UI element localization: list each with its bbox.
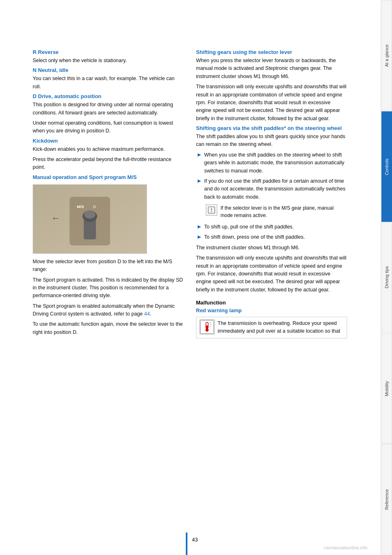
gear-diagram-svg: ← M/S D (33, 184, 147, 254)
bullet-arrow-shift-down: ▶ (198, 234, 201, 241)
kickdown-text-1: Kick-down enables you to achieve maximum… (33, 145, 184, 153)
transmission-note: The transmission will only execute upshi… (196, 254, 347, 294)
section-r-reverse: R Reverse Select only when the vehicle i… (33, 49, 184, 65)
d-drive-text-1: This position is designed for driving un… (33, 101, 184, 117)
svg-line-16 (209, 322, 211, 323)
n-neutral-heading: N Neutral, idle (33, 67, 184, 73)
page-number: 43 (192, 537, 198, 543)
bullet-shift-up-text: To shift up, pull one of the shift paddl… (204, 223, 294, 231)
sidebar-tab-driving-tips[interactable]: Driving tips (381, 222, 392, 333)
bullet-2: ▶ If you do not use the shift paddles fo… (196, 177, 347, 201)
note-symbol-icon (207, 206, 216, 214)
kickdown-text-2: Press the accelerator pedal beyond the f… (33, 156, 184, 172)
cluster-shows: The instrument cluster shows M1 through … (196, 244, 347, 252)
sidebar-tab-at-a-glance[interactable]: At a glance (381, 0, 392, 111)
bullet-1: ▶ When you use the shift paddles on the … (196, 151, 347, 175)
page-container: R Reverse Select only when the vehicle i… (0, 0, 392, 555)
section-shifting-paddles: Shifting gears via the shift paddles* on… (196, 125, 347, 294)
manual-sport-text-2: The Sport program is activated. This is … (33, 276, 184, 300)
shifting-selector-text-2: The transmission will only execute upshi… (196, 83, 347, 123)
shifting-selector-text-1: When you press the selector lever forwar… (196, 57, 347, 81)
warning-icon (200, 320, 214, 334)
manual-sport-text-4: To use the automatic function again, mov… (33, 320, 184, 336)
bullet-shift-down-text: To shift down, press one of the shift pa… (204, 233, 305, 241)
svg-line-18 (209, 326, 211, 327)
overheating-warning-icon (200, 320, 214, 334)
image-watermark: VBC-car.ru/N (145, 252, 147, 254)
sidebar-tab-mobility[interactable]: Mobility (381, 333, 392, 444)
watermark-logo: carmanualsonline.info (324, 545, 368, 550)
section-n-neutral: N Neutral, idle You can select this in a… (33, 67, 184, 91)
svg-text:D: D (93, 204, 96, 209)
note-text: If the selector lever is in the M/S gear… (220, 204, 347, 219)
bullet-arrow-1: ▶ (198, 152, 201, 175)
manual-sport-text-1: Move the selector lever from position D … (33, 258, 184, 274)
sidebar-tab-controls[interactable]: Controls (381, 112, 392, 222)
bullet-arrow-2: ▶ (198, 178, 201, 201)
section-manual-sport: Manual operation and Sport program M/S (33, 174, 184, 336)
malfunction-heading: Malfunction (196, 300, 347, 306)
bullet-shift-up: ▶ To shift up, pull one of the shift pad… (196, 223, 347, 231)
image-inner: ← M/S D VBC-car.ru/N (33, 185, 147, 253)
right-column: Shifting gears using the selector lever … (196, 49, 347, 539)
warning-box: The transmission is overheating. Reduce … (196, 317, 347, 338)
main-content: R Reverse Select only when the vehicle i… (0, 0, 381, 555)
bullet-shift-down: ▶ To shift down, press one of the shift … (196, 233, 347, 241)
kickdown-heading: Kickdown (33, 138, 184, 144)
note-box: If the selector lever is in the M/S gear… (206, 204, 347, 219)
svg-point-11 (211, 211, 212, 212)
bullet-arrow-shift-up: ▶ (198, 224, 201, 231)
shifting-paddles-intro: The shift paddles allow you to shift gea… (196, 133, 347, 149)
n-neutral-text: You can select this in a car wash, for e… (33, 75, 184, 91)
section-kickdown: Kickdown Kick-down enables you to achiev… (33, 138, 184, 172)
gear-selector-image: ← M/S D VBC-car.ru/N (33, 184, 147, 254)
r-reverse-text: Select only when the vehicle is stationa… (33, 57, 184, 65)
bullet-text-1: When you use the shift paddles on the st… (204, 151, 347, 175)
warning-text: The transmission is overheating. Reduce … (218, 320, 343, 336)
section-shifting-selector: Shifting gears using the selector lever … (196, 49, 347, 123)
r-reverse-heading: R Reverse (33, 49, 184, 55)
svg-point-14 (205, 329, 209, 332)
section-malfunction: Malfunction (196, 300, 347, 306)
left-column: R Reverse Select only when the vehicle i… (33, 49, 184, 539)
section-red-warning: Red warning lamp (196, 307, 347, 338)
shifting-paddles-heading: Shifting gears via the shift paddles* on… (196, 125, 347, 131)
note-icon (206, 204, 217, 216)
d-drive-heading: D Drive, automatic position (33, 93, 184, 99)
sidebar: At a glance Controls Driving tips Mobili… (381, 0, 392, 555)
section-d-drive: D Drive, automatic position This positio… (33, 93, 184, 135)
manual-sport-heading: Manual operation and Sport program M/S (33, 174, 184, 180)
manual-sport-text-3: The Sport program is enabled automatical… (33, 302, 184, 318)
svg-text:←: ← (51, 213, 60, 223)
red-warning-heading: Red warning lamp (196, 307, 347, 313)
bullet-text-2: If you do not use the shift paddles for … (204, 177, 347, 201)
sidebar-tab-reference[interactable]: Reference (381, 444, 392, 555)
svg-text:M/S: M/S (77, 204, 84, 209)
svg-point-5 (84, 210, 96, 219)
d-drive-text-2: Under normal operating conditions, fuel … (33, 119, 184, 135)
svg-rect-15 (206, 325, 208, 329)
page-indicator-bar (186, 533, 187, 555)
shifting-selector-heading: Shifting gears using the selector lever (196, 49, 347, 55)
page-44-link[interactable]: 44 (144, 311, 150, 317)
